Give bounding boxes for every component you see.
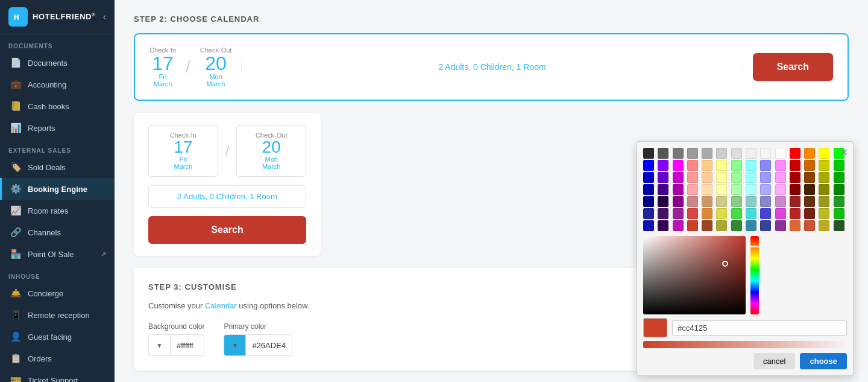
swatch-cell[interactable] [702,220,712,231]
swatch-cell[interactable] [716,196,727,207]
swatch-cell[interactable] [731,148,742,159]
swatch-cell[interactable] [804,160,815,171]
swatch-cell[interactable] [643,220,654,231]
swatch-cell[interactable] [775,148,786,159]
swatch-cell[interactable] [746,184,756,195]
sidebar-item-reports[interactable]: 📊 Reports [0,117,115,139]
swatch-cell[interactable] [790,172,800,183]
swatch-cell[interactable] [819,172,829,183]
sidebar-item-documents[interactable]: 📄 Documents [0,52,115,74]
swatch-cell[interactable] [687,160,698,171]
swatch-cell[interactable] [746,196,756,207]
opacity-bar[interactable] [643,341,847,348]
sidebar-item-cash-books[interactable]: 📒 Cash books [0,95,115,117]
swatch-cell[interactable] [746,160,756,171]
swatch-cell[interactable] [790,220,800,231]
swatch-cell[interactable] [819,184,829,195]
swatch-cell[interactable] [658,160,668,171]
swatch-cell[interactable] [760,220,771,231]
gradient-area[interactable] [643,236,746,314]
swatch-cell[interactable] [643,196,654,207]
swatch-cell[interactable] [819,220,829,231]
swatch-cell[interactable] [760,196,771,207]
swatch-cell[interactable] [775,196,786,207]
swatch-cell[interactable] [819,160,829,171]
swatch-cell[interactable] [658,184,668,195]
swatch-cell[interactable] [790,148,800,159]
swatch-cell[interactable] [702,148,712,159]
swatch-cell[interactable] [687,148,698,159]
swatch-cell[interactable] [673,220,684,231]
swatch-cell[interactable] [687,172,698,183]
swatch-cell[interactable] [834,184,844,195]
swatch-cell[interactable] [658,148,668,159]
picker-choose-button[interactable]: choose [800,353,847,369]
swatch-cell[interactable] [687,220,698,231]
swatch-cell[interactable] [775,160,786,171]
swatch-cell[interactable] [702,172,712,183]
swatch-cell[interactable] [834,208,844,219]
swatch-cell[interactable] [804,184,815,195]
swatch-cell[interactable] [716,184,727,195]
swatch-cell[interactable] [790,184,800,195]
sidebar-item-orders[interactable]: 📋 Orders [0,348,115,369]
swatch-cell[interactable] [687,196,698,207]
swatch-cell[interactable] [804,208,815,219]
swatch-cell[interactable] [760,184,771,195]
swatch-cell[interactable] [804,172,815,183]
swatch-cell[interactable] [760,160,771,171]
swatch-cell[interactable] [790,160,800,171]
swatch-cell[interactable] [819,196,829,207]
primary-color-input-row[interactable]: ▼ #26ADE4 [224,334,292,356]
swatch-cell[interactable] [673,160,684,171]
swatch-cell[interactable] [746,208,756,219]
search-button-card[interactable]: Search [148,216,306,244]
swatch-cell[interactable] [702,160,712,171]
swatch-cell[interactable] [731,208,742,219]
swatch-cell[interactable] [658,172,668,183]
sidebar-item-ticket-support[interactable]: 🎫 Ticket Support [0,369,115,382]
sidebar-item-guest-facing[interactable]: 👤 Guest facing [0,326,115,348]
primary-color-swatch[interactable]: ▼ [224,334,246,356]
swatch-cell[interactable] [760,208,771,219]
swatch-cell[interactable] [834,160,844,171]
sidebar-item-accounting[interactable]: 💼 Accounting [0,74,115,95]
swatch-cell[interactable] [804,148,815,159]
swatch-cell[interactable] [673,148,684,159]
swatch-cell[interactable] [731,220,742,231]
swatch-cell[interactable] [716,148,727,159]
swatch-cell[interactable] [716,172,727,183]
swatch-cell[interactable] [702,184,712,195]
swatch-cell[interactable] [819,208,829,219]
swatch-cell[interactable] [658,220,668,231]
swatch-cell[interactable] [746,220,756,231]
swatch-cell[interactable] [716,160,727,171]
swatch-cell[interactable] [775,208,786,219]
swatch-cell[interactable] [819,148,829,159]
swatch-cell[interactable] [775,172,786,183]
swatch-cell[interactable] [746,172,756,183]
swatch-cell[interactable] [775,220,786,231]
swatch-cell[interactable] [658,196,668,207]
hue-slider[interactable] [750,236,759,314]
swatch-cell[interactable] [760,172,771,183]
swatch-cell[interactable] [790,208,800,219]
sidebar-item-concierge[interactable]: 🛎️ Concierge [0,282,115,304]
picker-close-button[interactable]: ✕ [840,147,848,158]
bg-color-input-row[interactable]: ▼ #ffffff [148,334,204,356]
swatch-cell[interactable] [834,172,844,183]
swatch-cell[interactable] [775,184,786,195]
sidebar-item-point-of-sale[interactable]: 🏪 Point Of Sale ↗ [0,243,115,265]
swatch-cell[interactable] [643,184,654,195]
search-button-preview[interactable]: Search [753,53,833,81]
swatch-cell[interactable] [804,196,815,207]
swatch-cell[interactable] [746,148,756,159]
sidebar-item-booking-engine[interactable]: ⚙️ Booking Engine [0,178,115,200]
swatch-cell[interactable] [702,196,712,207]
swatch-cell[interactable] [834,196,844,207]
swatch-cell[interactable] [731,196,742,207]
calendar-link[interactable]: Calendar [205,301,237,310]
swatch-cell[interactable] [716,220,727,231]
swatch-cell[interactable] [673,208,684,219]
swatch-cell[interactable] [716,208,727,219]
